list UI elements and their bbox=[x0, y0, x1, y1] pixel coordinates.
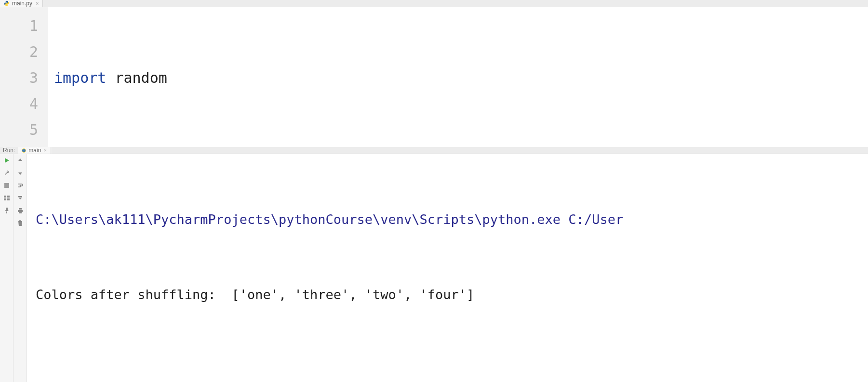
down-arrow-icon[interactable] bbox=[16, 169, 25, 177]
code-editor[interactable]: 1 2 3 4 5 import random numbers = ['one'… bbox=[0, 7, 868, 147]
svg-rect-0 bbox=[4, 183, 9, 188]
line-number: 2 bbox=[0, 39, 38, 65]
wrench-icon[interactable] bbox=[2, 169, 11, 177]
stop-icon[interactable] bbox=[2, 181, 11, 190]
editor-tab-main[interactable]: main.py × bbox=[0, 0, 43, 7]
line-number: 3 bbox=[0, 65, 38, 91]
soft-wrap-icon[interactable] bbox=[16, 181, 25, 190]
line-number-gutter: 1 2 3 4 5 bbox=[0, 7, 48, 147]
run-label: Run: bbox=[3, 147, 15, 154]
run-toolwindow-header: Run: main × bbox=[0, 147, 868, 154]
svg-rect-1 bbox=[4, 196, 6, 198]
code-content[interactable]: import random numbers = ['one', 'two', '… bbox=[48, 7, 868, 147]
scroll-to-end-icon[interactable] bbox=[16, 194, 25, 202]
rerun-icon[interactable] bbox=[2, 156, 11, 165]
line-number: 5 bbox=[0, 117, 38, 143]
python-file-icon bbox=[4, 0, 10, 6]
close-icon[interactable]: × bbox=[43, 147, 46, 153]
line-number: 1 bbox=[0, 13, 38, 39]
svg-rect-2 bbox=[7, 196, 10, 198]
console-line: C:\Users\ak111\PycharmProjects\pythonCou… bbox=[36, 207, 868, 232]
svg-rect-3 bbox=[4, 198, 6, 200]
run-toolbar-left2 bbox=[13, 154, 27, 382]
pin-icon[interactable] bbox=[2, 206, 11, 215]
close-icon[interactable]: × bbox=[36, 0, 39, 6]
editor-tab-bar: main.py × bbox=[0, 0, 868, 7]
run-tab-label: main bbox=[28, 147, 41, 154]
console-output[interactable]: C:\Users\ak111\PycharmProjects\pythonCou… bbox=[27, 154, 868, 382]
python-run-icon bbox=[22, 148, 26, 153]
run-toolbar-left bbox=[0, 154, 13, 382]
console-line: Colors after shuffling: ['one', 'three',… bbox=[36, 282, 868, 307]
line-number: 4 bbox=[0, 91, 38, 117]
run-tab-main[interactable]: main × bbox=[18, 147, 51, 154]
trash-icon[interactable] bbox=[16, 219, 25, 227]
svg-rect-4 bbox=[7, 198, 10, 200]
print-icon[interactable] bbox=[16, 206, 25, 215]
up-arrow-icon[interactable] bbox=[16, 156, 25, 165]
code-line: import random bbox=[54, 65, 868, 91]
editor-tab-label: main.py bbox=[12, 0, 32, 7]
layout-icon[interactable] bbox=[2, 194, 11, 202]
run-toolwindow-body: C:\Users\ak111\PycharmProjects\pythonCou… bbox=[0, 154, 868, 382]
